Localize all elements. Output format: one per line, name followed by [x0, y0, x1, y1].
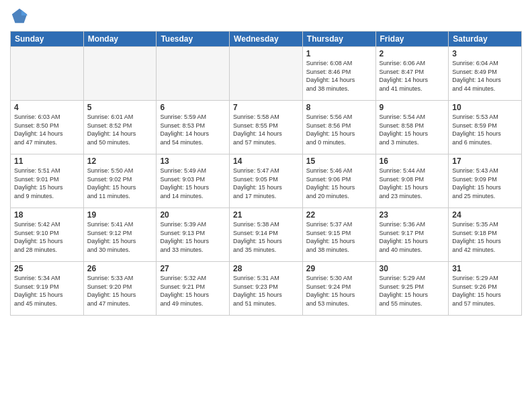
day-info: Sunrise: 5:39 AM Sunset: 9:13 PM Dayligh… — [160, 220, 226, 254]
day-info: Sunrise: 5:46 AM Sunset: 9:06 PM Dayligh… — [306, 167, 372, 200]
day-info: Sunrise: 5:35 AM Sunset: 9:18 PM Dayligh… — [452, 220, 518, 254]
calendar-cell: 17Sunrise: 5:43 AM Sunset: 9:09 PM Dayli… — [449, 154, 522, 208]
day-info: Sunrise: 5:42 AM Sunset: 9:10 PM Dayligh… — [14, 220, 80, 254]
weekday-header: Monday — [83, 32, 157, 47]
calendar-cell: 6Sunrise: 5:59 AM Sunset: 8:53 PM Daylig… — [157, 101, 230, 154]
calendar-cell — [157, 47, 230, 101]
calendar-cell: 20Sunrise: 5:39 AM Sunset: 9:13 PM Dayli… — [157, 208, 230, 262]
calendar-cell: 28Sunrise: 5:31 AM Sunset: 9:23 PM Dayli… — [230, 262, 303, 316]
day-info: Sunrise: 5:38 AM Sunset: 9:14 PM Dayligh… — [233, 220, 299, 254]
calendar-cell: 19Sunrise: 5:41 AM Sunset: 9:12 PM Dayli… — [83, 208, 157, 262]
calendar-cell — [11, 47, 84, 101]
calendar-cell: 13Sunrise: 5:49 AM Sunset: 9:03 PM Dayli… — [157, 154, 230, 208]
calendar-cell — [230, 47, 303, 101]
day-number: 29 — [306, 264, 372, 273]
day-info: Sunrise: 5:59 AM Sunset: 8:53 PM Dayligh… — [160, 113, 226, 146]
svg-marker-0 — [12, 9, 27, 23]
day-info: Sunrise: 5:29 AM Sunset: 9:25 PM Dayligh… — [380, 274, 445, 308]
day-info: Sunrise: 5:31 AM Sunset: 9:23 PM Dayligh… — [233, 274, 299, 308]
calendar-cell: 7Sunrise: 5:58 AM Sunset: 8:55 PM Daylig… — [230, 101, 303, 154]
day-info: Sunrise: 6:03 AM Sunset: 8:50 PM Dayligh… — [14, 113, 80, 146]
day-number: 24 — [452, 210, 518, 220]
day-number: 16 — [380, 156, 445, 166]
day-number: 25 — [14, 264, 80, 273]
day-info: Sunrise: 5:36 AM Sunset: 9:17 PM Dayligh… — [380, 220, 445, 254]
day-number: 19 — [87, 210, 153, 220]
day-info: Sunrise: 5:49 AM Sunset: 9:03 PM Dayligh… — [160, 167, 226, 200]
day-number: 30 — [380, 264, 445, 273]
day-info: Sunrise: 6:08 AM Sunset: 8:46 PM Dayligh… — [306, 59, 372, 93]
day-number: 21 — [233, 210, 299, 220]
day-number: 9 — [380, 103, 445, 112]
day-info: Sunrise: 5:33 AM Sunset: 9:20 PM Dayligh… — [87, 274, 153, 308]
weekday-header: Wednesday — [230, 32, 303, 47]
logo — [10, 7, 32, 26]
day-number: 20 — [160, 210, 226, 220]
calendar-cell: 1Sunrise: 6:08 AM Sunset: 8:46 PM Daylig… — [302, 47, 375, 101]
calendar-cell: 29Sunrise: 5:30 AM Sunset: 9:24 PM Dayli… — [302, 262, 375, 316]
day-info: Sunrise: 5:44 AM Sunset: 9:08 PM Dayligh… — [380, 167, 445, 200]
calendar-week-row: 1Sunrise: 6:08 AM Sunset: 8:46 PM Daylig… — [11, 47, 522, 101]
calendar-cell: 15Sunrise: 5:46 AM Sunset: 9:06 PM Dayli… — [302, 154, 375, 208]
day-info: Sunrise: 5:43 AM Sunset: 9:09 PM Dayligh… — [452, 167, 518, 200]
day-info: Sunrise: 5:56 AM Sunset: 8:56 PM Dayligh… — [306, 113, 372, 146]
page: SundayMondayTuesdayWednesdayThursdayFrid… — [0, 0, 532, 411]
day-number: 7 — [233, 103, 299, 112]
calendar-cell: 25Sunrise: 5:34 AM Sunset: 9:19 PM Dayli… — [11, 262, 84, 316]
calendar-cell: 21Sunrise: 5:38 AM Sunset: 9:14 PM Dayli… — [230, 208, 303, 262]
calendar-cell: 3Sunrise: 6:04 AM Sunset: 8:49 PM Daylig… — [449, 47, 522, 101]
day-info: Sunrise: 5:58 AM Sunset: 8:55 PM Dayligh… — [233, 113, 299, 146]
calendar-cell: 10Sunrise: 5:53 AM Sunset: 8:59 PM Dayli… — [449, 101, 522, 154]
calendar-cell: 11Sunrise: 5:51 AM Sunset: 9:01 PM Dayli… — [11, 154, 84, 208]
day-number: 8 — [306, 103, 372, 112]
day-info: Sunrise: 5:47 AM Sunset: 9:05 PM Dayligh… — [233, 167, 299, 200]
day-number: 10 — [452, 103, 518, 112]
day-info: Sunrise: 5:54 AM Sunset: 8:58 PM Dayligh… — [380, 113, 445, 146]
weekday-header: Tuesday — [157, 32, 230, 47]
day-info: Sunrise: 6:06 AM Sunset: 8:47 PM Dayligh… — [380, 59, 445, 93]
day-info: Sunrise: 6:04 AM Sunset: 8:49 PM Dayligh… — [452, 59, 518, 93]
day-number: 2 — [380, 49, 445, 58]
day-info: Sunrise: 5:37 AM Sunset: 9:15 PM Dayligh… — [306, 220, 372, 254]
weekday-header: Friday — [375, 32, 449, 47]
calendar-cell: 27Sunrise: 5:32 AM Sunset: 9:21 PM Dayli… — [157, 262, 230, 316]
calendar-header-row: SundayMondayTuesdayWednesdayThursdayFrid… — [11, 32, 522, 47]
day-number: 28 — [233, 264, 299, 273]
day-info: Sunrise: 5:53 AM Sunset: 8:59 PM Dayligh… — [452, 113, 518, 146]
weekday-header: Saturday — [449, 32, 522, 47]
day-number: 6 — [160, 103, 226, 112]
calendar-cell: 16Sunrise: 5:44 AM Sunset: 9:08 PM Dayli… — [375, 154, 449, 208]
calendar: SundayMondayTuesdayWednesdayThursdayFrid… — [10, 31, 522, 316]
calendar-cell: 26Sunrise: 5:33 AM Sunset: 9:20 PM Dayli… — [83, 262, 157, 316]
weekday-header: Thursday — [302, 32, 375, 47]
calendar-cell: 14Sunrise: 5:47 AM Sunset: 9:05 PM Dayli… — [230, 154, 303, 208]
day-info: Sunrise: 5:50 AM Sunset: 9:02 PM Dayligh… — [87, 167, 153, 200]
day-info: Sunrise: 5:29 AM Sunset: 9:26 PM Dayligh… — [452, 274, 518, 308]
calendar-cell: 22Sunrise: 5:37 AM Sunset: 9:15 PM Dayli… — [302, 208, 375, 262]
day-number: 23 — [380, 210, 445, 220]
day-info: Sunrise: 5:32 AM Sunset: 9:21 PM Dayligh… — [160, 274, 226, 308]
calendar-cell: 31Sunrise: 5:29 AM Sunset: 9:26 PM Dayli… — [449, 262, 522, 316]
day-number: 15 — [306, 156, 372, 166]
day-number: 4 — [14, 103, 80, 112]
calendar-cell: 30Sunrise: 5:29 AM Sunset: 9:25 PM Dayli… — [375, 262, 449, 316]
day-number: 13 — [160, 156, 226, 166]
day-number: 5 — [87, 103, 153, 112]
day-number: 27 — [160, 264, 226, 273]
weekday-header: Sunday — [11, 32, 84, 47]
day-number: 22 — [306, 210, 372, 220]
day-number: 1 — [306, 49, 372, 58]
day-number: 31 — [452, 264, 518, 273]
day-info: Sunrise: 5:30 AM Sunset: 9:24 PM Dayligh… — [306, 274, 372, 308]
day-number: 18 — [14, 210, 80, 220]
day-info: Sunrise: 5:41 AM Sunset: 9:12 PM Dayligh… — [87, 220, 153, 254]
day-number: 3 — [452, 49, 518, 58]
header — [10, 7, 522, 26]
calendar-week-row: 18Sunrise: 5:42 AM Sunset: 9:10 PM Dayli… — [11, 208, 522, 262]
calendar-cell: 23Sunrise: 5:36 AM Sunset: 9:17 PM Dayli… — [375, 208, 449, 262]
day-number: 11 — [14, 156, 80, 166]
calendar-cell: 5Sunrise: 6:01 AM Sunset: 8:52 PM Daylig… — [83, 101, 157, 154]
day-info: Sunrise: 5:51 AM Sunset: 9:01 PM Dayligh… — [14, 167, 80, 200]
day-number: 17 — [452, 156, 518, 166]
calendar-cell: 4Sunrise: 6:03 AM Sunset: 8:50 PM Daylig… — [11, 101, 84, 154]
